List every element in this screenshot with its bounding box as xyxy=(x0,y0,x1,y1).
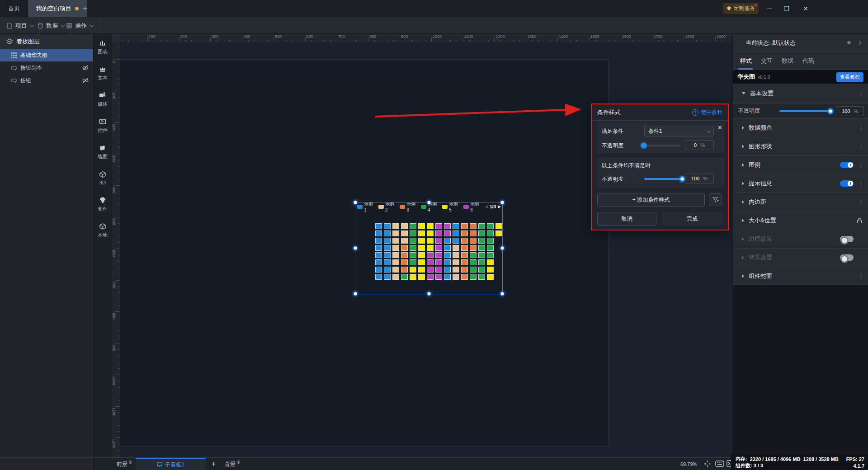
waffle-cell xyxy=(392,230,399,236)
add-subboard-button[interactable]: + xyxy=(212,458,216,470)
tab-交互[interactable]: 交互 xyxy=(761,57,773,65)
toggle-on[interactable] xyxy=(840,180,854,187)
eye-off-icon[interactable] xyxy=(82,77,89,84)
component-name: 华夫图 xyxy=(737,73,755,81)
close-button[interactable]: ✕ xyxy=(798,0,813,17)
foreground-button[interactable]: 前景 ⊕ xyxy=(117,458,132,470)
eye-off-icon[interactable] xyxy=(82,65,89,71)
tab-home[interactable]: 首页 xyxy=(0,0,28,17)
kebab-menu-icon[interactable]: ⋮ xyxy=(858,125,863,132)
maximize-button[interactable]: ❐ xyxy=(779,0,794,17)
cancel-button[interactable]: 取消 xyxy=(597,212,656,226)
rail-item-label: 文本 xyxy=(98,75,108,81)
remove-condition-icon[interactable]: ✕ xyxy=(717,124,722,131)
pager-next-icon[interactable]: ▶ xyxy=(498,204,501,209)
opacity-value-box[interactable]: 0 % xyxy=(685,140,714,150)
section-内边距[interactable]: 内边距⋮ xyxy=(733,193,868,211)
opacity-label: 不透明度 xyxy=(602,175,623,183)
confirm-button[interactable]: 完成 xyxy=(662,212,722,226)
layer-item-按钮[interactable]: 按钮 xyxy=(0,74,93,87)
zoom-level[interactable]: 69.79% xyxy=(680,458,697,470)
slider-knob[interactable] xyxy=(641,143,647,149)
new-tab-button[interactable]: + xyxy=(76,0,94,17)
resize-handle-ne[interactable] xyxy=(500,201,505,205)
rail-item-套件[interactable]: 套件 xyxy=(94,191,112,217)
opacity-slider[interactable] xyxy=(642,145,681,146)
menu-actions[interactable]: 操作 xyxy=(60,17,99,34)
fit-screen-icon[interactable] xyxy=(703,460,711,468)
section-组件封面[interactable]: 组件封面⋮ xyxy=(733,267,868,285)
kebab-menu-icon[interactable]: ⋮ xyxy=(858,90,863,97)
rail-item-文本[interactable]: 文本 xyxy=(94,60,112,86)
add-foreground-icon[interactable]: ⊕ xyxy=(128,460,132,465)
toggle-off[interactable] xyxy=(840,236,854,242)
editor-canvas[interactable]: 0100200300400500600700800900100011001200… xyxy=(112,34,732,457)
condition-select[interactable]: 条件1 xyxy=(644,126,714,136)
opacity-value-box-2[interactable]: 100 % xyxy=(685,174,714,183)
add-state-button[interactable]: + xyxy=(847,38,851,47)
filter-add-button[interactable] xyxy=(709,193,722,206)
section-basic-settings[interactable]: 基本设置 ⋮ xyxy=(733,84,868,103)
slider-knob[interactable] xyxy=(828,108,834,114)
view-tutorial-button[interactable]: 查看教程 xyxy=(836,72,863,82)
custom-service-badge[interactable]: 定制服务 xyxy=(723,3,759,14)
rail-item-地图[interactable]: 地图 xyxy=(94,139,112,165)
keyboard-icon[interactable] xyxy=(715,460,724,467)
add-condition-button[interactable]: + 添加条件样式 xyxy=(597,193,705,207)
waffle-cell xyxy=(410,223,416,229)
slider-knob[interactable] xyxy=(679,176,685,182)
kebab-menu-icon[interactable]: ⋮ xyxy=(858,162,863,169)
add-background-icon[interactable]: ⊕ xyxy=(236,460,240,465)
rail-item-媒体[interactable]: 媒体 xyxy=(94,86,112,113)
section-提示信息[interactable]: 提示信息⋮ xyxy=(733,174,868,193)
rail-item-图表[interactable]: 图表 xyxy=(94,34,112,60)
resize-handle-se[interactable] xyxy=(500,292,505,296)
tab-样式[interactable]: 样式 xyxy=(740,57,752,65)
background-button[interactable]: 背景 ⊕ xyxy=(225,458,240,470)
opacity-slider-2[interactable] xyxy=(644,178,684,180)
section-边框设置[interactable]: 边框设置⋮ xyxy=(733,230,868,248)
selected-component-waffle-chart[interactable]: 示例1示例2示例3示例4示例5示例6◀1/3▶ xyxy=(355,202,503,294)
resize-handle-nw[interactable] xyxy=(354,201,358,205)
waffle-cell xyxy=(453,274,459,280)
resize-handle-e[interactable] xyxy=(500,246,505,250)
legend-swatch xyxy=(421,205,426,209)
kebab-menu-icon[interactable]: ⋮ xyxy=(858,254,863,261)
kebab-menu-icon[interactable]: ⋮ xyxy=(858,273,863,280)
subboard-tab[interactable]: 子看板1 xyxy=(136,458,206,470)
file-icon xyxy=(6,23,13,29)
resize-handle-n[interactable] xyxy=(427,201,431,205)
section-数据颜色[interactable]: 数据颜色⋮ xyxy=(733,118,868,137)
section-图形形状[interactable]: 图形形状⋮ xyxy=(733,137,868,155)
resize-handle-w[interactable] xyxy=(354,246,358,250)
opacity-value-box[interactable]: 100 % xyxy=(836,106,864,116)
kebab-menu-icon[interactable]: ⋮ xyxy=(858,143,863,150)
legend-swatch xyxy=(357,205,363,209)
tab-代码[interactable]: 代码 xyxy=(802,57,814,65)
kebab-menu-icon[interactable]: ⋮ xyxy=(858,180,863,187)
tab-数据[interactable]: 数据 xyxy=(782,57,793,65)
rail-item-控件[interactable]: 控件 xyxy=(94,113,112,139)
section-图例[interactable]: 图例⋮ xyxy=(733,155,868,174)
chevron-right-icon[interactable] xyxy=(857,41,862,45)
opacity-slider[interactable] xyxy=(779,110,832,112)
rail-item-本地[interactable]: 本地 xyxy=(94,217,112,244)
lock-icon[interactable] xyxy=(856,217,863,224)
caret-right-icon xyxy=(742,163,744,167)
minimize-button[interactable]: ─ xyxy=(762,0,777,17)
rail-item-3D[interactable]: 3D xyxy=(94,165,112,191)
section-背景设置[interactable]: 背景设置⋮ xyxy=(733,248,868,267)
rail-item-label: 控件 xyxy=(98,127,108,134)
toggle-off[interactable] xyxy=(840,254,854,261)
sections-list: 数据颜色⋮图形形状⋮图例⋮提示信息⋮内边距⋮大小&位置边框设置⋮背景设置⋮组件封… xyxy=(733,118,868,285)
toggle-on[interactable] xyxy=(840,162,854,168)
section-大小&位置[interactable]: 大小&位置 xyxy=(733,211,868,230)
tutorial-link[interactable]: ? 使用教程 xyxy=(692,108,722,116)
kebab-menu-icon[interactable]: ⋮ xyxy=(858,199,863,206)
kebab-menu-icon[interactable]: ⋮ xyxy=(858,236,863,243)
pager-prev-icon[interactable]: ◀ xyxy=(485,204,488,209)
layer-item-按钮副本[interactable]: 按钮副本 xyxy=(0,61,93,74)
resize-handle-sw[interactable] xyxy=(354,292,358,296)
resize-handle-s[interactable] xyxy=(427,292,431,296)
layer-item-基础华夫图[interactable]: 基础华夫图 xyxy=(0,49,93,61)
